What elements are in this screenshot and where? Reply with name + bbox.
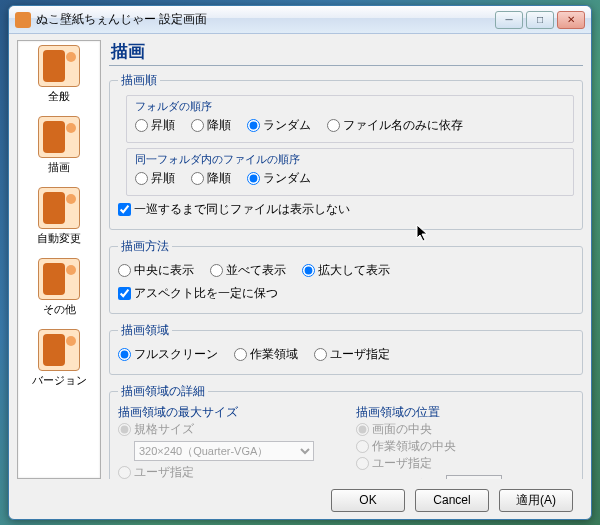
radio-file-desc[interactable]: 降順 <box>191 170 231 187</box>
col-maxsize: 描画領域の最大サイズ 規格サイズ 320×240（Quarter-VGA） ユー… <box>118 404 336 479</box>
group-region: 描画領域 フルスクリーン 作業領域 ユーザ指定 <box>109 322 583 375</box>
radio-folder-filename[interactable]: ファイル名のみに依存 <box>327 117 463 134</box>
input-pos-x[interactable] <box>446 475 502 479</box>
check-aspect[interactable]: アスペクト比を一定に保つ <box>118 285 278 302</box>
sidebar-item-other[interactable]: その他 <box>18 258 100 317</box>
minimize-button[interactable]: ─ <box>495 11 523 29</box>
radio-folder-random[interactable]: ランダム <box>247 117 311 134</box>
other-icon <box>38 258 80 300</box>
settings-window: ぬこ壁紙ちぇんじゃー 設定画面 ─ □ ✕ 全般 描画 自動変更 その他 <box>8 5 592 520</box>
autochange-icon <box>38 187 80 229</box>
close-button[interactable]: ✕ <box>557 11 585 29</box>
draw-icon <box>38 116 80 158</box>
radio-folder-asc[interactable]: 昇順 <box>135 117 175 134</box>
apply-button[interactable]: 適用(A) <box>499 489 573 512</box>
cancel-button[interactable]: Cancel <box>415 489 489 512</box>
radio-region-fullscreen[interactable]: フルスクリーン <box>118 346 218 363</box>
radio-method-stretch[interactable]: 拡大して表示 <box>302 262 390 279</box>
maximize-button[interactable]: □ <box>526 11 554 29</box>
radio-pos-user[interactable]: ユーザ指定 <box>356 455 564 472</box>
radio-method-center[interactable]: 中央に表示 <box>118 262 194 279</box>
radio-pos-screen-center[interactable]: 画面の中央 <box>356 421 564 438</box>
radio-region-user[interactable]: ユーザ指定 <box>314 346 390 363</box>
group-method: 描画方法 中央に表示 並べて表示 拡大して表示 アスペクト比を一定に保つ <box>109 238 583 314</box>
legend-order: 描画順 <box>118 72 160 89</box>
radio-file-random[interactable]: ランダム <box>247 170 311 187</box>
group-detail: 描画領域の詳細 描画領域の最大サイズ 規格サイズ 320×240（Quarter… <box>109 383 583 479</box>
sidebar-item-general[interactable]: 全般 <box>18 45 100 104</box>
sidebar: 全般 描画 自動変更 その他 バージョン <box>17 40 101 479</box>
app-icon <box>15 12 31 28</box>
content-area: 全般 描画 自動変更 その他 バージョン 描画 描画順 <box>9 34 591 481</box>
radio-pos-work-center[interactable]: 作業領域の中央 <box>356 438 564 455</box>
radio-folder-desc[interactable]: 降順 <box>191 117 231 134</box>
group-order: 描画順 フォルダの順序 昇順 降順 ランダム ファイル名のみに依存 同一フォルダ… <box>109 72 583 230</box>
main-panel: 描画 描画順 フォルダの順序 昇順 降順 ランダム ファイル名のみに依存 同一フ… <box>109 40 583 479</box>
sidebar-item-draw[interactable]: 描画 <box>18 116 100 175</box>
subgroup-file-order: 同一フォルダ内のファイルの順序 昇順 降順 ランダム <box>126 148 574 196</box>
radio-method-tile[interactable]: 並べて表示 <box>210 262 286 279</box>
window-title: ぬこ壁紙ちぇんじゃー 設定画面 <box>36 11 492 28</box>
radio-size-standard[interactable]: 規格サイズ <box>118 421 326 438</box>
subgroup-folder-order: フォルダの順序 昇順 降順 ランダム ファイル名のみに依存 <box>126 95 574 143</box>
sidebar-item-autochange[interactable]: 自動変更 <box>18 187 100 246</box>
titlebar[interactable]: ぬこ壁紙ちぇんじゃー 設定画面 ─ □ ✕ <box>9 6 591 34</box>
ok-button[interactable]: OK <box>331 489 405 512</box>
version-icon <box>38 329 80 371</box>
sidebar-item-version[interactable]: バージョン <box>18 329 100 388</box>
page-title: 描画 <box>109 40 583 66</box>
col-position: 描画領域の位置 画面の中央 作業領域の中央 ユーザ指定 左上のX座標 左上のY座… <box>356 404 574 479</box>
select-preset-size[interactable]: 320×240（Quarter-VGA） <box>134 441 314 461</box>
general-icon <box>38 45 80 87</box>
radio-size-user[interactable]: ユーザ指定 <box>118 464 326 479</box>
check-norepeat[interactable]: 一巡するまで同じファイルは表示しない <box>118 201 350 218</box>
radio-file-asc[interactable]: 昇順 <box>135 170 175 187</box>
radio-region-workarea[interactable]: 作業領域 <box>234 346 298 363</box>
dialog-footer: OK Cancel 適用(A) <box>9 481 591 519</box>
